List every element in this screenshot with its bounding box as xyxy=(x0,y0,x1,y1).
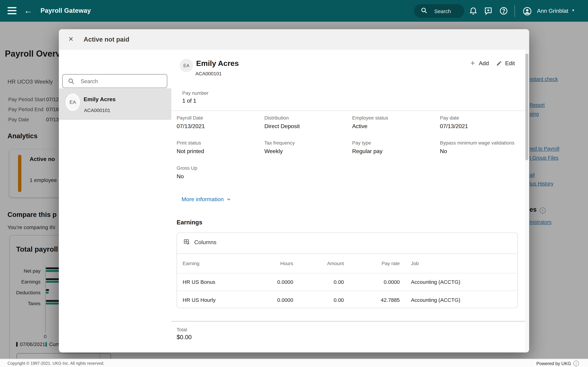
col-hours: Hours xyxy=(269,261,293,266)
total-divider xyxy=(171,321,525,322)
user-menu[interactable]: Ann Grinblat xyxy=(537,8,568,14)
dialog-scrollbar-thumb[interactable] xyxy=(525,53,528,160)
detail-fields-row-2: Print statusNot printed Tax frequencyWee… xyxy=(177,140,528,154)
avatar: EA xyxy=(180,59,193,72)
dialog-title: Active not paid xyxy=(84,36,129,43)
employee-search-input[interactable] xyxy=(80,76,164,86)
edit-button[interactable]: Edit xyxy=(496,60,515,66)
employee-list-panel: EA Emily Acres ACA000101 xyxy=(59,50,172,352)
section-divider xyxy=(171,110,525,111)
powered-by: Powered by UKG i xyxy=(536,361,579,366)
notifications-bell-icon[interactable] xyxy=(469,6,478,15)
total-value: $0.00 xyxy=(177,334,192,341)
more-information-link[interactable]: More information xyxy=(182,196,231,202)
dialog-scrollbar-track xyxy=(525,50,529,352)
employee-id: ACA000101 xyxy=(84,108,110,113)
table-header-row: Earning Hours Amount Pay rate Job xyxy=(177,254,518,273)
menu-icon[interactable] xyxy=(8,7,17,15)
user-avatar-icon[interactable] xyxy=(523,7,532,16)
columns-table-icon xyxy=(183,239,190,245)
employee-detail-panel: EA Emily Acres ACA000101 Add Edit Pay nu… xyxy=(171,50,525,352)
global-search-label: Search xyxy=(434,8,451,14)
employee-list-item-selected[interactable]: EA Emily Acres ACA000101 xyxy=(59,88,171,120)
app-header: ← Payroll Gateway Search xyxy=(0,0,588,22)
avatar: EA xyxy=(66,94,80,111)
info-icon[interactable]: i xyxy=(573,361,579,366)
detail-employee-id: ACA000101 xyxy=(195,71,222,76)
help-icon[interactable] xyxy=(499,6,508,15)
employee-search xyxy=(62,74,167,88)
pay-number-value: 1 of 1 xyxy=(182,97,196,104)
col-earning: Earning xyxy=(183,261,269,266)
detail-employee-name: Emily Acres xyxy=(196,59,239,68)
total-label: Total xyxy=(177,327,187,333)
detail-fields-row-3: Gross UpNo xyxy=(177,165,528,179)
earnings-table-card: Columns Earning Hours Amount Pay rate Jo… xyxy=(177,233,518,308)
page-footer: Copyright © 1997-2021. UKG Inc. All righ… xyxy=(0,359,588,367)
chevron-down-icon: ▾ xyxy=(572,8,574,12)
pencil-icon xyxy=(496,60,502,66)
col-pay-rate: Pay rate xyxy=(344,261,400,266)
app-title: Payroll Gateway xyxy=(40,7,91,15)
table-row[interactable]: HR US Hourly 0.0000 0.00 42.7885 Account… xyxy=(177,291,518,308)
columns-button[interactable]: Columns xyxy=(183,239,216,245)
table-toolbar: Columns xyxy=(177,233,518,254)
back-arrow-icon[interactable]: ← xyxy=(24,5,32,17)
dialog-header: ✕ Active not paid xyxy=(59,29,529,50)
employee-name: Emily Acres xyxy=(84,96,116,102)
col-job: Job xyxy=(400,261,511,266)
search-icon xyxy=(421,7,428,15)
screen: Payroll Overvi HR UCO3 Weekly Pay Period… xyxy=(0,0,588,367)
header-divider xyxy=(515,5,515,17)
chevron-down-icon xyxy=(226,197,231,201)
copyright-text: Copyright © 1997-2021. UKG Inc. All righ… xyxy=(8,361,104,366)
plus-icon xyxy=(469,60,476,66)
feedback-icon[interactable] xyxy=(484,6,493,15)
col-amount: Amount xyxy=(293,261,344,266)
add-button[interactable]: Add xyxy=(469,60,489,66)
earnings-heading: Earnings xyxy=(177,219,202,226)
close-icon[interactable]: ✕ xyxy=(68,35,74,43)
detail-fields-row-1: Payroll Date07/13/2021 DistributionDirec… xyxy=(177,115,528,129)
table-row[interactable]: HR US Bonus 0.0000 0.00 0.0000 Accountin… xyxy=(177,273,518,291)
pay-number-label: Pay number xyxy=(182,90,208,96)
search-icon xyxy=(68,78,75,86)
global-search-button[interactable]: Search xyxy=(414,4,464,18)
active-not-paid-dialog: ✕ Active not paid EA Emily Acres ACA0001… xyxy=(59,29,529,352)
